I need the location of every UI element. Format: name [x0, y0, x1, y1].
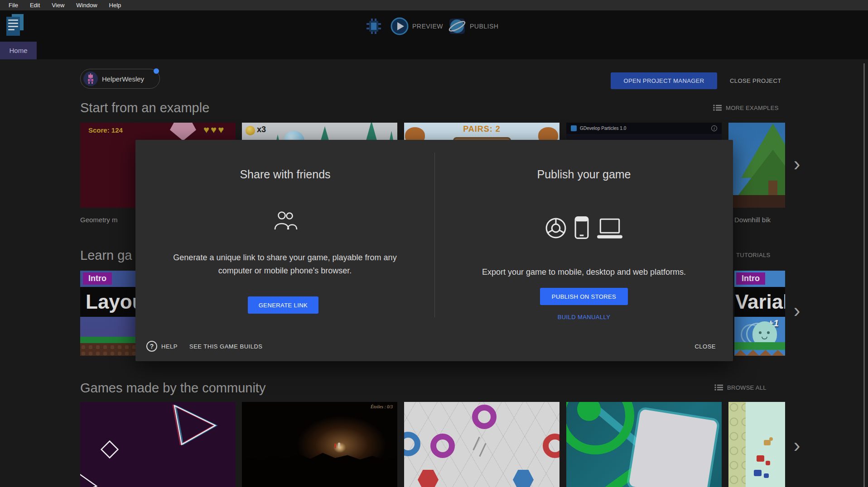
play-icon	[391, 17, 409, 35]
examples-title: Start from an example	[80, 100, 209, 115]
user-chip[interactable]: HelperWesley	[80, 69, 160, 89]
help-icon: ?	[146, 341, 157, 352]
people-icon	[272, 210, 299, 231]
info-icon: i	[711, 125, 717, 131]
username: HelperWesley	[102, 75, 144, 83]
help-button[interactable]: ? HELP	[146, 341, 178, 352]
debug-button[interactable]	[365, 17, 383, 35]
community-card-night[interactable]: Étoiles : 0/3	[242, 402, 397, 487]
globe-icon	[448, 17, 466, 35]
example-caption-geometry: Geometry m	[80, 216, 118, 224]
coin-multiplier: x3	[257, 125, 266, 134]
menu-edit[interactable]: Edit	[25, 1, 45, 10]
publish-pane: Publish your game	[435, 140, 733, 325]
publish-title: Publish your game	[435, 168, 733, 181]
share-title: Share with friends	[135, 168, 435, 181]
browse-all-label: BROWSE ALL	[727, 384, 767, 391]
community-title: Games made by the community	[80, 381, 265, 396]
build-manually-link[interactable]: BUILD MANUALLY	[435, 314, 733, 320]
learn-title: Learn ga	[80, 248, 132, 263]
menu-window[interactable]: Window	[71, 1, 102, 10]
stars-counter: Étoiles : 0/3	[371, 404, 393, 409]
generate-link-button[interactable]: GENERATE LINK	[248, 296, 318, 314]
list-icon	[714, 384, 723, 391]
debug-chip-icon	[365, 17, 383, 35]
community-row: Étoiles : 0/3	[80, 402, 785, 487]
gem-shape	[170, 123, 196, 141]
help-label: HELP	[161, 343, 178, 350]
close-project-button[interactable]: CLOSE PROJECT	[724, 72, 787, 89]
community-card-hexagons[interactable]	[404, 402, 559, 487]
hearts-icons: ♥♥♥	[203, 124, 225, 136]
share-description: Generate a unique link to share your gam…	[158, 251, 412, 277]
tutorials-next-chevron-icon[interactable]: ›	[789, 301, 805, 320]
community-card-creatures[interactable]	[728, 402, 785, 487]
example-caption-downhill: Downhill bik	[734, 216, 771, 224]
pairs-label: PAIRS: 2	[404, 124, 559, 134]
menu-file[interactable]: File	[4, 1, 23, 10]
laptop-icon	[596, 218, 623, 239]
browse-all-button[interactable]: BROWSE ALL	[714, 384, 767, 391]
community-card-shapes[interactable]	[80, 402, 236, 487]
gdevelop-app: File Edit View Window Help	[0, 0, 868, 487]
more-examples-label: MORE EXAMPLES	[726, 105, 779, 111]
share-pane: Share with friends Generate a unique lin…	[135, 140, 435, 325]
preview-button[interactable]: PREVIEW	[391, 17, 443, 35]
share-dialog: Share with friends Generate a unique lin…	[135, 140, 733, 361]
tab-bar: Home	[0, 42, 868, 59]
see-builds-button[interactable]: SEE THIS GAME BUILDS	[189, 343, 262, 350]
publish-on-stores-button[interactable]: PUBLISH ON STORES	[540, 288, 628, 305]
menu-view[interactable]: View	[47, 1, 69, 10]
community-card-abstract[interactable]	[566, 402, 722, 487]
list-icon	[713, 104, 722, 111]
avatar	[83, 72, 98, 86]
close-dialog-button[interactable]: CLOSE	[694, 343, 716, 350]
preview-label: PREVIEW	[412, 23, 443, 30]
open-project-manager-button[interactable]: OPEN PROJECT MANAGER	[611, 72, 717, 89]
tutorial-title-variables: Variab	[735, 291, 785, 313]
vertical-scrollbar[interactable]	[863, 63, 865, 487]
smartphone-icon	[574, 216, 589, 239]
coin-icon	[246, 126, 255, 135]
publish-label: PUBLISH	[470, 23, 498, 30]
dialog-footer: ? HELP SEE THIS GAME BUILDS CLOSE	[146, 339, 722, 353]
menu-help[interactable]: Help	[104, 1, 126, 10]
menu-bar: File Edit View Window Help	[0, 0, 868, 10]
publish-button[interactable]: PUBLISH	[448, 17, 498, 35]
toolbar: PREVIEW PUBLISH	[0, 10, 868, 42]
tutorials-label: TUTORIALS	[736, 252, 770, 258]
notification-dot	[154, 68, 159, 74]
example-card-downhill[interactable]: G	[728, 123, 785, 208]
more-examples-button[interactable]: MORE EXAMPLES	[713, 104, 779, 111]
tutorial-card-variables[interactable]: Intro Variab +1	[734, 271, 785, 356]
publish-description: Export your game to mobile, desktop and …	[448, 266, 719, 279]
tutorials-button[interactable]: TUTORIALS	[736, 252, 770, 258]
community-next-chevron-icon[interactable]: ›	[789, 435, 805, 455]
glitch-shapes	[80, 402, 236, 487]
tab-home[interactable]: Home	[0, 42, 37, 59]
project-manager-icon[interactable]	[6, 14, 24, 37]
intro-badge: Intro	[736, 272, 765, 285]
intro-badge: Intro	[83, 272, 112, 285]
particles-title: GDevelop Particles 1.0	[580, 126, 711, 131]
examples-next-chevron-icon[interactable]: ›	[789, 154, 805, 174]
chrome-icon	[545, 217, 567, 239]
game-score-text: Score: 124	[88, 126, 123, 134]
gdevelop-logo-icon	[571, 125, 577, 131]
